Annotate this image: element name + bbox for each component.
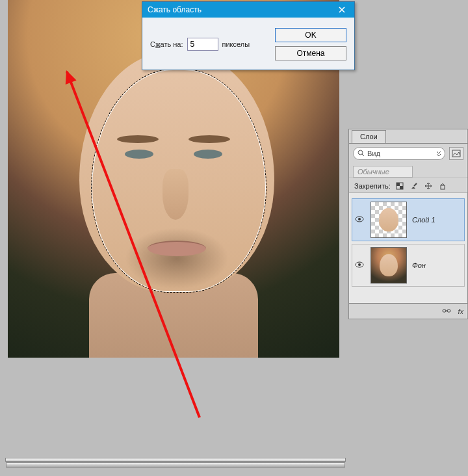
layers-list: Слой 1 Фон <box>349 192 467 303</box>
svg-rect-2 <box>452 150 460 157</box>
layer-name[interactable]: Фон <box>412 261 426 269</box>
selection-marquee <box>91 69 266 293</box>
svg-point-11 <box>358 263 361 266</box>
contract-by-input[interactable] <box>187 38 218 51</box>
svg-rect-5 <box>400 186 403 189</box>
units-label: пикселы <box>222 40 250 48</box>
dialog-title: Сжать область <box>148 5 202 14</box>
search-icon <box>358 150 365 158</box>
visibility-toggle[interactable] <box>355 261 365 269</box>
svg-rect-7 <box>441 185 445 189</box>
contract-selection-dialog: Сжать область Сжать на: пикселы OK Отмен… <box>142 1 355 70</box>
tab-layers[interactable]: Слои <box>352 130 386 143</box>
blend-mode-select[interactable]: Обычные <box>353 166 413 178</box>
lock-pixels-icon[interactable] <box>396 182 405 190</box>
lock-move-icon[interactable] <box>424 182 434 190</box>
link-layers-icon[interactable] <box>442 308 451 315</box>
layer-filter-label: Вид <box>367 150 380 157</box>
panel-footer: fx <box>349 303 467 319</box>
svg-point-0 <box>358 150 363 155</box>
dialog-titlebar[interactable]: Сжать область <box>142 2 354 18</box>
ok-button[interactable]: OK <box>275 28 346 42</box>
layers-panel: Слои Вид Обычные Закрепить: <box>348 129 468 319</box>
layer-thumbnail[interactable] <box>370 247 407 284</box>
svg-line-6 <box>414 183 417 186</box>
lock-all-icon[interactable] <box>439 182 448 190</box>
svg-point-9 <box>358 218 361 220</box>
visibility-toggle[interactable] <box>355 216 365 224</box>
lock-label: Закрепить: <box>354 182 391 190</box>
cancel-button[interactable]: Отмена <box>275 46 346 60</box>
close-icon <box>339 7 345 13</box>
eye-icon <box>355 216 364 222</box>
document-scrollbar[interactable] <box>5 458 346 462</box>
close-button[interactable] <box>333 4 350 16</box>
contract-by-label: Сжать на: <box>150 40 183 48</box>
panel-tabs: Слои <box>349 129 467 144</box>
filter-reset-button[interactable] <box>449 147 463 160</box>
eye-icon <box>355 261 364 268</box>
svg-line-1 <box>362 154 364 156</box>
svg-rect-4 <box>396 183 400 186</box>
layer-filter-select[interactable]: Вид <box>353 147 445 160</box>
image-icon <box>452 150 461 157</box>
lock-brush-icon[interactable] <box>410 182 419 190</box>
chevron-down-icon <box>436 150 441 158</box>
layer-name[interactable]: Слой 1 <box>412 216 436 224</box>
fx-icon[interactable]: fx <box>458 308 463 315</box>
layer-thumbnail[interactable] <box>370 202 407 238</box>
lock-row: Закрепить: <box>349 178 467 192</box>
layer-item[interactable]: Слой 1 <box>352 198 465 241</box>
layer-item[interactable]: Фон <box>352 244 465 287</box>
